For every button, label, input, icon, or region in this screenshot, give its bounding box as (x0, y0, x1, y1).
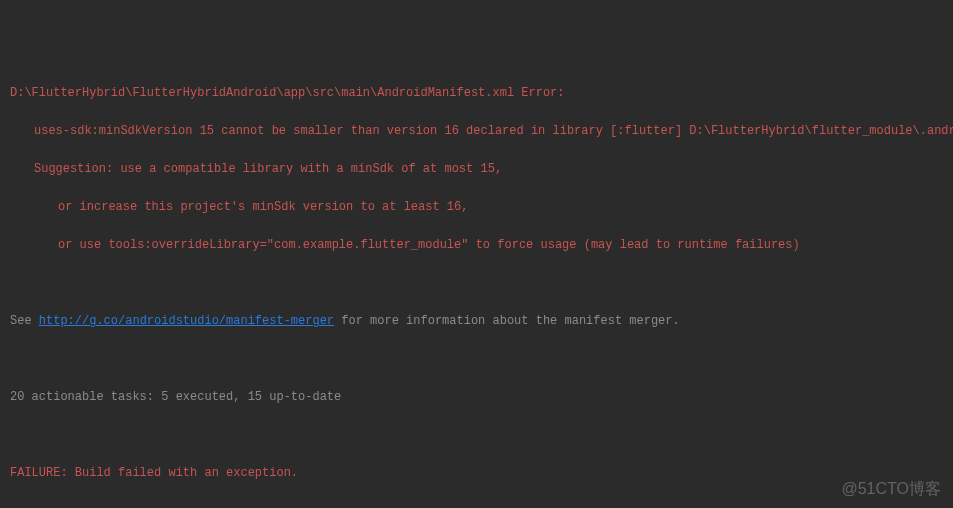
blank-line (10, 426, 943, 445)
blank-line (10, 350, 943, 369)
failure-line: FAILURE: Build failed with an exception. (10, 464, 943, 483)
blank-line (10, 274, 943, 293)
suggestion-or2-line: or use tools:overrideLibrary="com.exampl… (10, 236, 943, 255)
error-path-line: D:\FlutterHybrid\FlutterHybridAndroid\ap… (10, 84, 943, 103)
error-uses-sdk-line: uses-sdk:minSdkVersion 15 cannot be smal… (10, 122, 943, 141)
suggestion-line: Suggestion: use a compatible library wit… (10, 160, 943, 179)
manifest-merger-link[interactable]: http://g.co/androidstudio/manifest-merge… (39, 314, 334, 328)
see-suffix: for more information about the manifest … (334, 314, 680, 328)
see-prefix: See (10, 314, 39, 328)
see-line: See http://g.co/androidstudio/manifest-m… (10, 312, 943, 331)
blank-line (10, 502, 943, 508)
suggestion-or1-line: or increase this project's minSdk versio… (10, 198, 943, 217)
actionable-tasks-line: 20 actionable tasks: 5 executed, 15 up-t… (10, 388, 943, 407)
